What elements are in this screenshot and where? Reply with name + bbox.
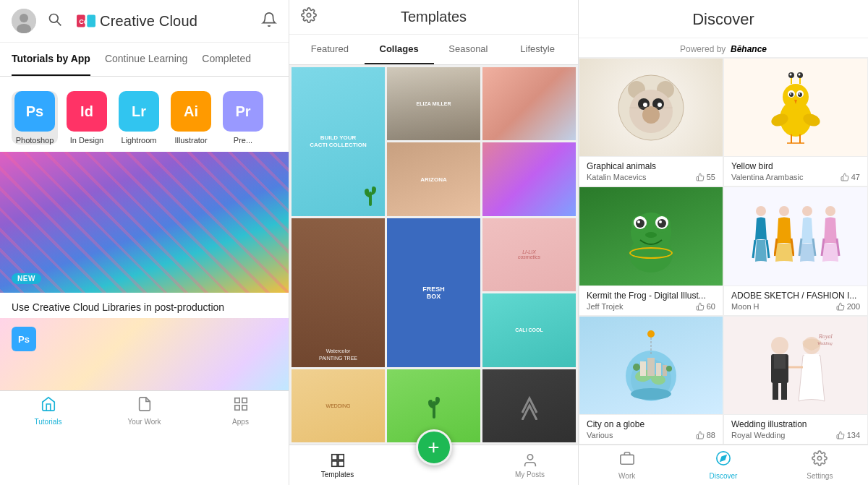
tab-lifestyle[interactable]: Lifestyle — [503, 35, 572, 64]
discover-title: Discover — [692, 10, 754, 28]
right-nav-settings[interactable]: Settings — [772, 445, 868, 485]
template-cell-teal[interactable]: CALI COOL — [482, 293, 576, 366]
nav-your-work[interactable]: Your Work — [96, 391, 192, 431]
svg-point-90 — [666, 366, 672, 372]
template-cell-arizona[interactable]: ARIZONA — [387, 142, 480, 215]
template-cell-pink[interactable]: LI-LIXcosmetics — [482, 218, 576, 291]
app-title: Creative Cloud — [100, 13, 197, 30]
tab-seasonal[interactable]: Seasonal — [434, 35, 503, 64]
svg-rect-86 — [647, 358, 655, 376]
svg-rect-6 — [87, 15, 95, 27]
svg-rect-85 — [640, 361, 646, 376]
middle-nav-my-posts[interactable]: My Posts — [482, 445, 578, 485]
discover-item-4[interactable]: ADOBE SKETCH / FASHION I... Moon H 200 — [723, 186, 868, 315]
template-cell-color2[interactable] — [482, 142, 576, 215]
bell-icon[interactable] — [261, 12, 277, 31]
tutorial-card-1[interactable]: NEW Use Creative Cloud Libraries in post… — [0, 152, 289, 318]
fashion-figure-1 — [751, 204, 771, 269]
templates-title: Templates — [326, 9, 542, 25]
discover-item-2[interactable]: Yellow bird Valentina Arambasic 47 — [723, 58, 868, 186]
svg-point-66 — [659, 220, 662, 223]
wedding-svg: Royal Wedding — [752, 325, 839, 405]
thumb-up-icon-1 — [696, 173, 705, 181]
svg-point-41 — [799, 93, 800, 95]
discover-item-5[interactable]: City on a globe Various 88 — [579, 316, 723, 445]
svg-point-54 — [799, 73, 801, 75]
middle-panel: Templates Featured Collages Seasonal Lif… — [289, 0, 579, 485]
avatar[interactable] — [12, 9, 36, 33]
thumb-up-icon-5 — [696, 431, 705, 439]
discover-author-5: Various — [587, 431, 613, 439]
svg-point-67 — [645, 232, 657, 238]
svg-text:Wedding: Wedding — [817, 341, 833, 345]
tab-featured[interactable]: Featured — [295, 35, 365, 64]
wedding-inner: Royal Wedding — [724, 317, 867, 414]
kermit-svg — [615, 197, 687, 276]
svg-rect-100 — [804, 354, 819, 367]
svg-text:Cc: Cc — [79, 18, 88, 25]
discover-author-3: Jeff Trojek — [587, 302, 624, 311]
powered-by-text: Powered by — [680, 44, 726, 54]
right-nav-work-label: Work — [618, 472, 635, 480]
app-premiere[interactable]: Pr Pre... — [220, 91, 266, 145]
svg-rect-97 — [773, 382, 778, 400]
middle-tabs: Featured Collages Seasonal Lifestyle — [289, 35, 578, 65]
svg-marker-106 — [720, 455, 726, 461]
template-cell-eyes[interactable]: WatercolorPAINTING TREE — [292, 218, 385, 367]
middle-nav-my-posts-label: My Posts — [515, 471, 545, 478]
middle-nav-templates[interactable]: Templates — [289, 445, 386, 485]
thumb-up-icon-3 — [696, 302, 705, 311]
tab-collages[interactable]: Collages — [365, 35, 434, 64]
tab-completed[interactable]: Completed — [202, 43, 251, 76]
fab-add-button[interactable]: + — [416, 429, 452, 465]
right-nav-discover[interactable]: Discover — [675, 445, 771, 485]
app-indesign[interactable]: Id In Design — [64, 91, 110, 145]
svg-point-89 — [633, 364, 640, 371]
discover-item-1[interactable]: Graphical animals Katalin Macevics 55 — [579, 58, 723, 186]
template-cell-stripe[interactable] — [482, 67, 576, 140]
tab-tutorials-by-app[interactable]: Tutorials by App — [12, 43, 90, 76]
svg-point-1 — [20, 14, 28, 22]
svg-point-107 — [818, 456, 822, 460]
photoshop-label: Photoshop — [16, 136, 54, 145]
gear-icon[interactable] — [301, 7, 317, 27]
search-icon[interactable] — [48, 12, 62, 30]
discover-author-2: Valentina Arambasic — [731, 173, 803, 181]
thumb-up-icon-4 — [836, 302, 845, 311]
tutorial-card-2[interactable]: Ps — [0, 318, 289, 390]
svg-point-32 — [658, 103, 662, 107]
discover-name-2: Yellow bird — [731, 161, 860, 171]
right-nav-work[interactable]: Work — [579, 445, 675, 485]
photoshop-badge-small: Ps — [12, 327, 36, 351]
discover-grid: Graphical animals Katalin Macevics 55 — [579, 58, 868, 445]
discover-author-likes-3: Jeff Trojek 60 — [587, 302, 715, 311]
like-number-3: 60 — [707, 302, 715, 311]
template-cell-model[interactable]: ELIZA MILLER — [387, 67, 480, 140]
svg-point-68 — [756, 206, 766, 216]
left-bottom-nav: Tutorials Your Work Apps — [0, 390, 289, 431]
app-icons-row: Ps Photoshop Id In Design Lr Lightroom A… — [0, 77, 289, 152]
template-cell-dark-arrows[interactable] — [482, 369, 576, 442]
discover-item-6[interactable]: Royal Wedding Wedding illustration Royal… — [723, 316, 868, 445]
nav-apps[interactable]: Apps — [192, 391, 289, 431]
nav-tutorials[interactable]: Tutorials — [0, 391, 96, 431]
fashion-inner — [724, 187, 867, 285]
discover-item-3[interactable]: Kermit the Frog - Digital Illust... Jeff… — [579, 186, 723, 315]
app-lightroom[interactable]: Lr Lightroom — [116, 91, 162, 145]
settings-nav-svg — [812, 450, 827, 466]
svg-text:Royal: Royal — [818, 333, 833, 340]
template-cell-cactus[interactable]: BUILD YOURCACTI COLLECTION — [292, 67, 385, 216]
template-cell-blueberries[interactable]: FRESHBOX — [387, 218, 480, 367]
apps-nav-icon — [233, 396, 249, 416]
right-bottom-nav: Work Discover Settings — [579, 445, 868, 485]
cactus-icon — [363, 184, 378, 209]
tab-continue-learning[interactable]: Continue Learning — [105, 43, 187, 76]
app-illustrator[interactable]: Ai Illustrator — [168, 91, 214, 145]
lightroom-icon-box: Lr — [119, 91, 159, 132]
svg-point-82 — [631, 388, 671, 400]
middle-nav-templates-label: Templates — [321, 471, 354, 478]
svg-point-94 — [771, 337, 788, 354]
app-photoshop[interactable]: Ps Photoshop — [12, 91, 58, 145]
template-cell-wedding[interactable]: WEDDING — [292, 369, 385, 442]
eyes-text: WatercolorPAINTING TREE — [319, 348, 357, 361]
